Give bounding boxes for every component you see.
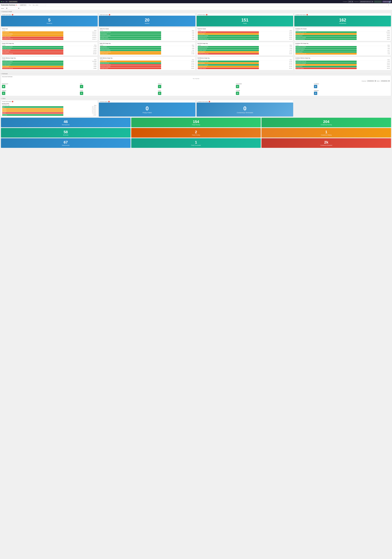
memcached-icon[interactable] — [236, 85, 239, 88]
nav-right-controls: Compare OFF Timezone BROWSER DEFAULT Sho… — [343, 1, 391, 3]
status-pod-metric: Pod level metrics ! 0 Pod(s) Failed — [99, 100, 196, 117]
workloads-card: Discovered Workloads Top 10 groups Group… — [1, 75, 391, 96]
couchdb-icon[interactable] — [236, 92, 239, 95]
value-cell: 3.318 — [259, 48, 292, 49]
last-2-hours-button[interactable]: LAST 2 HOURS — [9, 1, 18, 2]
pod-cpu-table: Pod CPU Usage Avg ClusterValue kbs-backw… — [196, 42, 293, 56]
consul-icon[interactable] — [158, 92, 161, 95]
rabbitmq-icon[interactable] — [2, 92, 5, 95]
cluster-cell: kubernetes-test-bed-one — [295, 48, 357, 49]
value-cell: 267.350 # — [63, 35, 97, 37]
containers-waiting-label: Container(s) Waiting — [321, 134, 331, 136]
pods-unit: Pod(s) — [243, 23, 247, 24]
value-cell: 8.978 — [357, 60, 390, 62]
more-icon[interactable]: ⋯ — [390, 4, 391, 6]
mysql-icon[interactable] — [80, 92, 83, 95]
compare-select[interactable]: OFF — [348, 1, 353, 3]
deployments-label: Deployment(s) — [62, 145, 70, 146]
cluster-cell: kbs-sk-standalone — [2, 66, 63, 67]
value-cell: 224.833 # — [63, 33, 97, 35]
containers-terminated-label: Container(s) Terminated — [237, 112, 253, 113]
group-by-select[interactable]: INTEGRATION — [366, 80, 376, 82]
cluster-cell: kubernetes-test-bed-one — [197, 48, 259, 49]
summary-health-chevron[interactable]: ▾ — [1, 11, 1, 12]
metric-select[interactable]: INTEGRATION — [380, 80, 390, 82]
pods-per-cluster-data-table: ClusterValue kbs-skajaer-clusterN1 75.00… — [197, 30, 292, 40]
table-row: kubernetes-test-bed-one 3.000 — [100, 38, 195, 40]
cluster-cell: nginx — [2, 106, 63, 108]
value-cell: 3.389G — [63, 66, 97, 67]
timezone-select[interactable]: BROWSER DEFAULT — [359, 1, 373, 3]
value-cell: 17.539 — [161, 53, 195, 55]
containers-waiting-card: 1 Container(s) Waiting — [261, 128, 391, 138]
containers-running-num: 204 — [323, 120, 329, 124]
node-mem-table: Node Memory Usage Avg ClusterValue kbs-s… — [99, 57, 196, 70]
cluster-expand-icon[interactable]: ▾ — [20, 8, 21, 9]
pods-running-num: 154 — [193, 120, 199, 124]
cluster-cell: kbs-backward-compatability — [2, 46, 63, 48]
containers-running-label: Container(s) Running — [321, 124, 332, 125]
cluster-cell: kbs-backward-compatability — [295, 37, 357, 38]
table-row: openshift-demo-cluster-srink 11.265 — [197, 60, 292, 62]
table-row: kbs-skajaer-clusterN1 45.433 — [197, 67, 292, 69]
table-row: openshift-demo-cluster-srink 8.958G — [2, 67, 97, 69]
status-chevron[interactable]: ▾ — [1, 98, 1, 99]
cluster-cell: openshift-demo-cluster-srink — [295, 60, 357, 62]
table-row: kbs-sk-standalone 1.294 — [100, 46, 195, 48]
haproxy-icon[interactable] — [158, 85, 161, 88]
table-row: kubernetes-test-bed-one 1.833 — [295, 48, 390, 49]
table-row: kbs-backward-compatability 4.000 — [100, 35, 195, 37]
star-icon[interactable]: ☆ — [18, 4, 18, 6]
zookeeper-icon[interactable] — [314, 92, 317, 95]
cluster-cell: kbs-backward-compatability — [2, 60, 63, 62]
table-row: couchbase 321.514k # — [2, 110, 97, 112]
cluster-cpu-table: Cluster CPU Usage Avg ClusterValue kbs-b… — [1, 42, 98, 56]
cluster-cell: kbs-skajaer-clusterN1 — [100, 53, 161, 55]
cluster-cell: kbs-sk-standalone — [100, 46, 161, 48]
table-row: openshift-demo-cluster-srink 47.810 — [197, 53, 292, 55]
workloads-header: ▾ Workloads — [1, 73, 391, 75]
timezone-label: Timezone — [354, 1, 359, 2]
value-cell: 11.265 — [259, 60, 292, 62]
containers-per-cluster-table: Containers Per Cluster ClusterValue Open… — [294, 28, 391, 41]
node-alert-icon: ! — [109, 14, 110, 15]
redis-icon[interactable]: R — [80, 85, 83, 88]
workloads-chevron[interactable]: ▾ — [1, 73, 1, 75]
elasticsearch-icon[interactable] — [2, 85, 5, 88]
bookmark-icon[interactable]: 🔖 — [16, 4, 17, 6]
svg-rect-16 — [315, 93, 316, 94]
value-cell: 30.325 — [357, 62, 390, 64]
cluster-cell: openshift-demo-cluster-srink — [100, 64, 161, 66]
jump-to-button[interactable]: JUMP TO ▾ — [19, 4, 27, 6]
cluster-cell: kubernetes-test-bed-one — [2, 48, 63, 49]
pods-succeeded-num: 1 — [195, 140, 197, 144]
value-cell: 64.738 — [161, 64, 195, 66]
collapse-icon[interactable]: ⌃ — [386, 4, 387, 6]
filter-input[interactable] — [32, 4, 46, 6]
cluster-cell: openshift-demo-cluster-srink — [100, 51, 161, 53]
cluster-select[interactable]: All kbs-sk-standalone openshift-demo-clu… — [5, 7, 20, 9]
value-cell: 4.905 — [161, 48, 195, 49]
cluster-cell: kubernetes-test-bed-one — [100, 62, 161, 64]
show-events-button[interactable]: Show Events — [374, 1, 382, 3]
table-row: kbs-backward-compatability 24.000 — [197, 35, 292, 37]
container-mem-table: Container Memory Usage Avg ClusterValue … — [294, 57, 391, 70]
summary-health-title: Summary & Health — [2, 11, 12, 12]
cluster-cell: kbs-backward-compatability — [100, 66, 161, 67]
couchbase-icon[interactable] — [314, 85, 317, 88]
cluster-metric-card: Cluster level metrics ! 5 Cluster(s) — [1, 13, 98, 27]
value-cell: 33.553 — [357, 64, 390, 66]
table-row: kubernetes-test-bed-one 4.905 — [100, 48, 195, 49]
node-cpu-table: Node CPU Usage Avg ClusterValue kbs-sk-s… — [99, 42, 196, 56]
cluster-cell: kbs-backward-compatability — [197, 46, 259, 48]
nodes-unit: Node(s) — [145, 23, 149, 24]
col-value: Value — [161, 30, 195, 31]
value-cell: 75.000 — [259, 31, 292, 33]
workload-mysql: mysql — [80, 90, 156, 95]
2h-button[interactable]: 2H — [5, 1, 8, 2]
share-icon[interactable]: ⬆ — [388, 4, 389, 6]
pod-alert-icon: ! — [206, 14, 207, 15]
pods-per-cluster-table: Pods Per Cluster ClusterValue kbs-skajae… — [196, 28, 293, 41]
svg-rect-15 — [237, 93, 238, 94]
col-value: Value — [63, 30, 97, 31]
